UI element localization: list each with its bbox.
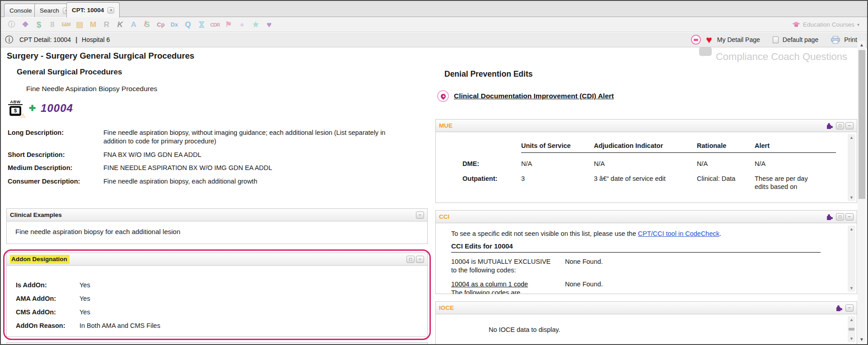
compliance-coach-watermark: Compliance Coach Questions	[699, 46, 847, 63]
clinical-examples-header: Clinical Examples −	[7, 209, 427, 221]
addon-label: AMA AddOn:	[16, 294, 79, 303]
minimize-button[interactable]: −	[845, 213, 854, 221]
ioce-empty-text: No IOCE data to display.	[489, 326, 560, 333]
puzzle-icon[interactable]	[835, 304, 843, 312]
description-label: Short Description:	[8, 151, 103, 159]
my-detail-page-button[interactable]: My Detail Page	[717, 36, 760, 43]
puzzle-icon[interactable]	[826, 122, 833, 129]
default-page-button[interactable]: Default page	[783, 36, 818, 43]
mue-cell: These are per day edits based on	[755, 168, 819, 191]
mue-cell: 3 â€“ date of service edit	[594, 168, 676, 191]
mue-table: Units of Service Adjudication Indicator …	[462, 141, 857, 191]
chevron-down-icon: ▾	[857, 22, 859, 27]
code-search-icon[interactable]: Q	[181, 20, 195, 29]
education-courses-dropdown[interactable]: Education Courses ▾	[792, 21, 863, 28]
close-icon[interactable]: ×	[107, 7, 114, 14]
tab-console[interactable]: Console	[4, 4, 37, 17]
rvu-r-icon[interactable]: R	[100, 20, 113, 29]
cci-edits-grid: 10004 is MUTUALLY EXCLUSIVE to the follo…	[451, 258, 839, 294]
minimize-button[interactable]: −	[416, 256, 424, 263]
addon-label: AddOn Reason:	[16, 322, 79, 330]
column-1-code-link[interactable]: 10004 as a column 1 code	[451, 281, 528, 288]
dx-icon[interactable]: Dx	[168, 21, 181, 28]
addon-designation-title: Addon Designation	[10, 255, 70, 264]
mue-title: MUE	[439, 122, 453, 129]
heart-icon[interactable]: ♥	[706, 35, 712, 44]
cp-icon[interactable]: Cp	[154, 21, 168, 28]
graduation-cap-icon	[792, 22, 800, 28]
cci-title: CCI	[439, 213, 449, 220]
cci-scrollbar[interactable]: ▲ ▼	[848, 225, 855, 292]
puzzle-icon[interactable]	[826, 213, 833, 221]
scroll-up-icon[interactable]: ▲	[848, 135, 855, 140]
maximize-button[interactable]: □	[406, 256, 415, 263]
cci-intro: To see a specific edit not seen visible …	[451, 230, 839, 237]
addon-row: AMA AddOn: Yes	[16, 294, 427, 303]
maximize-button[interactable]: □	[836, 213, 844, 221]
mue-cell: N/A	[755, 153, 836, 168]
link-icon[interactable]: 8	[46, 20, 59, 29]
minimize-button[interactable]: −	[845, 304, 854, 312]
scroll-down-icon[interactable]: ▼	[848, 195, 855, 200]
ioce-title: IOCE	[439, 304, 454, 311]
cpt-cci-tool-link[interactable]: CPT/CCI tool in CodeCheck	[638, 230, 719, 237]
addon-designation-panel: Addon Designation □ − Is AddOn: Yes AMA …	[6, 253, 428, 337]
addon-value: Yes	[79, 308, 90, 317]
next-panel-stub	[6, 342, 428, 345]
mue-panel: MUE □ − Units of Service Adjudication In…	[435, 119, 857, 203]
ioce-body: No IOCE data to display. ▲ ▼	[436, 314, 857, 344]
scroll-up-icon[interactable]: ▲	[848, 227, 855, 231]
scroll-down-icon[interactable]: ▼	[848, 286, 855, 290]
print-button[interactable]: Print	[844, 36, 857, 43]
detail-title: CPT Detail: 10004	[19, 36, 71, 43]
minimize-button[interactable]: −	[845, 122, 854, 129]
add-code-icon[interactable]: ✚	[29, 103, 36, 113]
addon-designation-header: Addon Designation □ −	[7, 253, 427, 266]
heart-badge-icon[interactable]: ♥	[262, 20, 276, 30]
mue-row-label: Outpatient:	[462, 168, 521, 191]
cdi-alert-link[interactable]: Clinical Documentation Improvement (CDI)…	[454, 92, 614, 100]
cpt-detail-window: Console Search × CPT: 10004 × ⓘ ❖ $ 8 E&…	[0, 0, 868, 345]
flag-icon[interactable]: ⚑	[222, 20, 235, 29]
dollar-icon[interactable]: $	[32, 20, 46, 30]
addon-value: Yes	[79, 281, 90, 290]
maximize-button[interactable]: □	[836, 122, 844, 129]
minimize-button[interactable]: −	[416, 212, 424, 219]
mue-row-label: DME:	[462, 153, 521, 168]
mue-column-header: Alert	[755, 141, 836, 153]
tab-bar: Console Search × CPT: 10004 ×	[1, 1, 867, 17]
annotation-a-icon[interactable]: A	[127, 20, 140, 29]
description-label: Consumer Description:	[8, 177, 103, 186]
star-icon[interactable]: ★	[249, 20, 262, 29]
mue-column-header: Units of Service	[521, 141, 594, 153]
hospital-context: Hospital 6	[82, 36, 110, 43]
cpt-code: 10004	[41, 102, 73, 115]
puzzle-icon[interactable]: ❖	[19, 20, 32, 29]
scroll-thumb[interactable]	[849, 328, 854, 331]
medicare-m-icon[interactable]: M	[86, 20, 100, 29]
remove-favorite-button[interactable]	[691, 35, 701, 45]
scroll-up-icon[interactable]: ▲	[848, 317, 855, 322]
speech-bubble-icon[interactable]: ●	[235, 20, 249, 29]
scroll-thumb[interactable]	[859, 50, 865, 199]
scroll-up-icon[interactable]: ▲	[858, 42, 866, 47]
mue-scrollbar[interactable]: ▲ ▼	[848, 134, 855, 201]
hourglass-icon[interactable]: ⋈	[197, 18, 206, 32]
cdr-icon[interactable]: CDR	[208, 22, 222, 28]
addon-label: CMS AddOn:	[16, 308, 79, 317]
info-icon[interactable]: ⓘ	[5, 20, 19, 29]
ioce-scrollbar[interactable]: ▲ ▼	[848, 316, 855, 342]
location-pin-icon	[437, 90, 449, 102]
scroll-down-icon[interactable]: ▼	[848, 336, 855, 341]
tab-cpt-10004[interactable]: CPT: 10004 ×	[66, 2, 120, 18]
page-scrollbar[interactable]: ▲ ▼	[858, 41, 866, 343]
description-row: Consumer Description: Fine needle aspira…	[8, 177, 423, 186]
books-icon[interactable]: ▤	[73, 20, 86, 29]
speech-bubble-icon	[699, 47, 712, 56]
tab-search-label: Search	[40, 7, 59, 14]
em-icon[interactable]: E&M	[59, 22, 73, 27]
s-slash-icon[interactable]: S/	[140, 20, 154, 29]
walking-person-icon[interactable]: K	[113, 20, 127, 29]
detail-header-bar: ⓘ CPT Detail: 10004 | Hospital 6 ♥ My De…	[1, 32, 867, 47]
scroll-down-icon[interactable]: ▼	[858, 337, 866, 342]
